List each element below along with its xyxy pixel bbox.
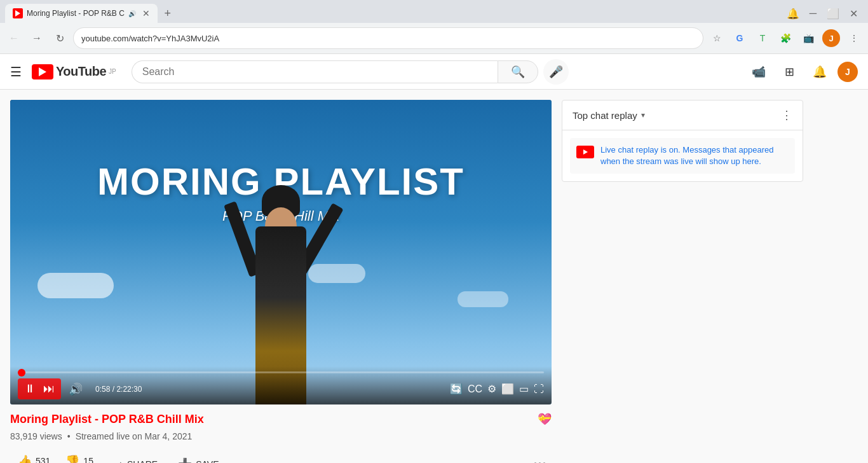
browser-tab-bar: Moring Playlist - POP R&B C 🔊 ✕ + 🔔 ─ ⬜ …	[0, 0, 868, 23]
like-icon: 👍	[18, 454, 32, 463]
video-actions: 👍 531 👎 15 ➦ SHARE ➕ SAVE •••	[10, 449, 552, 463]
current-time: 0:58	[95, 385, 110, 394]
search-button[interactable]: 🔍	[498, 60, 538, 83]
search-container: 🔍	[132, 60, 538, 83]
hamburger-menu-icon[interactable]: ☰	[10, 64, 22, 79]
browser-profile-icon[interactable]: J	[822, 29, 840, 47]
tab-title: Moring Playlist - POP R&B C	[27, 9, 125, 18]
new-tab-button[interactable]: +	[160, 6, 175, 21]
chat-title: Top chat replay ▾	[573, 110, 645, 121]
chat-header: Top chat replay ▾ ⋮	[562, 100, 803, 130]
chat-notice: Live chat replay is on. Messages that ap…	[570, 138, 795, 174]
captions-button[interactable]: CC	[468, 384, 482, 395]
restore-button[interactable]: ⬜	[827, 8, 839, 20]
mic-button[interactable]: 🎤	[543, 59, 569, 85]
skip-next-button[interactable]: ⏭	[41, 380, 57, 398]
play-pause-group: ⏸ ⏭	[18, 378, 61, 399]
reload-button[interactable]: ↻	[51, 29, 69, 47]
video-title-main: Moring Playlist - POP R&B Chill Mix	[10, 413, 532, 426]
settings-button[interactable]: ⚙	[487, 383, 496, 395]
progress-dot	[18, 369, 25, 377]
bookmark-icon[interactable]: ☆	[708, 29, 726, 47]
like-button[interactable]: 👍 531	[10, 449, 58, 463]
dislike-icon: 👎	[65, 454, 79, 463]
share-button[interactable]: ➦ SHARE	[106, 452, 165, 463]
address-input[interactable]	[74, 28, 703, 48]
apps-button[interactable]: ⊞	[776, 59, 802, 85]
address-bar-container: ← → ↻ ☆ G T 🧩 📺 J ⋮	[0, 23, 868, 53]
browser-toolbar: ☆ G T 🧩 📺 J ⋮	[708, 29, 863, 47]
cloud-1	[37, 273, 114, 298]
menu-icon[interactable]: ⋮	[845, 29, 863, 47]
volume-icon: 🔊	[69, 382, 83, 396]
pause-icon: ⏸	[24, 382, 36, 396]
header-actions: 📹 ⊞ 🔔 J	[746, 59, 858, 85]
heart-emoji: 💝	[538, 412, 552, 426]
main-content: MORING PLAYLIST POP B&B cHill Mix	[0, 90, 813, 463]
save-label: SAVE	[196, 459, 219, 463]
chat-panel: Top chat replay ▾ ⋮ Live chat replay is …	[562, 100, 803, 182]
minimize-button[interactable]: 🔔	[787, 8, 799, 20]
progress-bar[interactable]	[18, 371, 544, 373]
search-input[interactable]	[132, 60, 498, 83]
youtube-logo-country: JP	[109, 68, 116, 75]
forward-button[interactable]: →	[28, 29, 46, 47]
tab-close-icon[interactable]: ✕	[142, 8, 150, 18]
like-section: 👍 531 👎 15	[10, 449, 101, 463]
chat-notice-text: Live chat replay is on. Messages that ap…	[600, 144, 789, 167]
youtube-header: ☰ YouTubeJP 🔍 🎤 📹 ⊞ 🔔 J	[0, 54, 868, 90]
chat-dropdown-icon[interactable]: ▾	[641, 111, 645, 120]
dislike-count: 15	[83, 456, 93, 463]
youtube-icon-small	[576, 146, 594, 158]
cloud-3	[458, 291, 508, 307]
separator-dot: •	[67, 431, 71, 441]
chat-title-text: Top chat replay	[573, 110, 637, 121]
controls-row: ⏸ ⏭ 🔊 0:58 / 2:22:30 🔄 CC	[18, 378, 544, 399]
close-button[interactable]: ✕	[850, 8, 858, 20]
youtube-logo-icon	[32, 64, 53, 79]
time-separator: /	[110, 385, 116, 394]
skip-next-icon: ⏭	[43, 382, 55, 396]
stream-info: Streamed live on Mar 4, 2021	[76, 431, 193, 441]
video-title-row: Moring Playlist - POP R&B Chill Mix 💝	[10, 412, 552, 426]
dislike-button[interactable]: 👎 15	[58, 449, 101, 463]
save-icon: ➕	[178, 457, 192, 463]
fullscreen-button[interactable]: ⛶	[534, 384, 544, 395]
cast-icon[interactable]: 📺	[799, 29, 817, 47]
user-avatar[interactable]: J	[837, 62, 858, 82]
youtube-logo[interactable]: YouTubeJP	[32, 64, 116, 79]
pause-button[interactable]: ⏸	[22, 380, 38, 398]
create-video-button[interactable]: 📹	[746, 59, 771, 85]
video-info: Moring Playlist - POP R&B Chill Mix 💝 83…	[10, 404, 552, 463]
chat-message-area: Live chat replay is on. Messages that ap…	[562, 130, 803, 181]
theater-button[interactable]: ▭	[519, 383, 529, 395]
more-actions-button[interactable]: •••	[528, 455, 552, 463]
video-section: MORING PLAYLIST POP B&B cHill Mix	[10, 100, 552, 463]
browser-chrome: Moring Playlist - POP R&B C 🔊 ✕ + 🔔 ─ ⬜ …	[0, 0, 868, 54]
save-button[interactable]: ➕ SAVE	[170, 452, 226, 463]
right-controls: 🔄 CC ⚙ ⬜ ▭ ⛶	[450, 383, 544, 395]
window-controls: 🔔 ─ ⬜ ✕	[787, 8, 863, 20]
video-player[interactable]: MORING PLAYLIST POP B&B cHill Mix	[10, 100, 552, 404]
chat-more-button[interactable]: ⋮	[781, 108, 792, 122]
share-label: SHARE	[127, 459, 158, 463]
view-count: 83,919 views	[10, 431, 62, 441]
extensions-icon[interactable]: 🧩	[776, 29, 794, 47]
maximize-button[interactable]: ─	[810, 8, 817, 19]
video-thumbnail: MORING PLAYLIST POP B&B cHill Mix	[10, 100, 552, 404]
youtube-logo-text: YouTube	[56, 64, 106, 79]
tab-audio-icon: 🔊	[128, 10, 136, 17]
share-icon: ➦	[114, 457, 123, 463]
back-button[interactable]: ←	[5, 29, 23, 47]
google-maps-icon[interactable]: G	[731, 29, 749, 47]
time-display: 0:58 / 2:22:30	[95, 385, 142, 394]
video-controls: ⏸ ⏭ 🔊 0:58 / 2:22:30 🔄 CC	[10, 366, 552, 404]
miniplayer-button[interactable]: ⬜	[501, 383, 514, 395]
video-meta: 83,919 views • Streamed live on Mar 4, 2…	[10, 431, 552, 441]
like-count: 531	[36, 456, 50, 463]
notifications-button[interactable]: 🔔	[807, 59, 832, 85]
translate-icon[interactable]: T	[754, 29, 771, 47]
browser-tab[interactable]: Moring Playlist - POP R&B C 🔊 ✕	[5, 4, 158, 23]
volume-button[interactable]: 🔊	[66, 380, 85, 399]
autoplay-toggle[interactable]: 🔄	[450, 383, 463, 395]
